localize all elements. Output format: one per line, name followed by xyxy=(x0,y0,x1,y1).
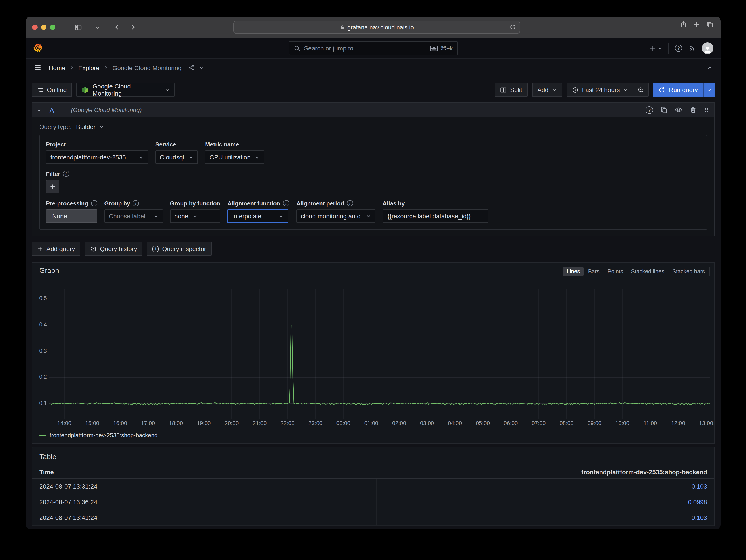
info-icon[interactable]: i xyxy=(91,200,97,206)
split-button[interactable]: Split xyxy=(495,83,527,97)
breadcrumb-explore[interactable]: Explore xyxy=(78,64,99,71)
preprocessing-label: Pre-processing xyxy=(46,200,88,206)
time-range-picker[interactable]: Last 24 hours xyxy=(567,83,633,96)
add-query-button[interactable]: Add query xyxy=(32,242,80,256)
breadcrumb-current: Google Cloud Monitoring xyxy=(113,64,182,71)
chevron-down-icon xyxy=(139,155,144,160)
alignment-function-select[interactable]: interpolate xyxy=(227,209,289,223)
tab-group-chevron-icon[interactable] xyxy=(91,21,104,34)
zoom-window-button[interactable] xyxy=(50,25,55,30)
metric-name-select[interactable]: CPU utilization xyxy=(205,150,264,164)
sidebar-toggle-icon[interactable] xyxy=(71,21,85,34)
query-footer-actions: Add query Query history i Query inspecto… xyxy=(26,236,721,256)
query-row-header[interactable]: A (Google Cloud Monitoring) ? xyxy=(32,103,714,117)
share-alt-icon[interactable] xyxy=(188,64,194,71)
help-icon[interactable]: ? xyxy=(675,45,682,52)
duplicate-query-icon[interactable] xyxy=(660,106,667,113)
query-type-select[interactable]: Builder xyxy=(76,123,104,131)
new-menu-button[interactable] xyxy=(649,45,662,52)
collapse-panel-chevron-icon[interactable] xyxy=(707,65,713,70)
query-help-icon[interactable]: ? xyxy=(645,106,653,114)
service-select[interactable]: Cloudsql xyxy=(155,150,198,164)
legend-series-label[interactable]: frontendplattform-dev-2535:shop-backend xyxy=(50,432,157,439)
x-tick-label: 05:00 xyxy=(472,420,494,426)
x-tick-label: 18:00 xyxy=(165,420,187,426)
close-window-button[interactable] xyxy=(32,25,37,30)
chevron-down-icon[interactable] xyxy=(199,65,203,70)
mega-menu-icon[interactable] xyxy=(34,64,41,72)
plus-icon xyxy=(50,184,56,190)
table-cell-value[interactable]: 0.103 xyxy=(377,479,707,494)
table-cell-time: 2024-08-07 13:41:24 xyxy=(39,514,377,521)
service-label: Service xyxy=(155,141,198,148)
datasource-picker[interactable]: Google Cloud Monitoring xyxy=(77,83,175,97)
table-cell-time: 2024-08-07 13:31:24 xyxy=(39,483,377,490)
time-range-group: Last 24 hours xyxy=(566,83,649,97)
info-icon[interactable]: i xyxy=(63,171,69,177)
tab-overview-icon[interactable] xyxy=(706,21,713,28)
legend-series-color xyxy=(39,434,46,436)
add-filter-button[interactable] xyxy=(46,180,59,193)
graph-style-tabs: Lines Bars Points Stacked lines Stacked … xyxy=(562,267,710,276)
graph-panel: Graph Lines Bars Points Stacked lines St… xyxy=(32,262,715,444)
y-tick-label: 0.1 xyxy=(32,400,47,407)
graph-canvas xyxy=(49,289,710,419)
grafana-logo-icon[interactable] xyxy=(33,43,44,53)
project-select[interactable]: frontendplattform-dev-2535 xyxy=(46,150,148,164)
hide-response-eye-icon[interactable] xyxy=(675,106,683,113)
outline-button[interactable]: Outline xyxy=(32,83,72,97)
x-tick-label: 15:00 xyxy=(81,420,103,426)
drag-handle-icon[interactable] xyxy=(704,106,710,113)
table-row: 2024-08-07 13:31:24 0.103 xyxy=(32,479,714,494)
tab-points[interactable]: Points xyxy=(604,268,627,276)
table-header-time[interactable]: Time xyxy=(39,468,377,475)
tab-lines[interactable]: Lines xyxy=(563,268,584,276)
reload-icon[interactable] xyxy=(509,24,516,30)
graph-plot[interactable] xyxy=(49,289,710,419)
minimize-window-button[interactable] xyxy=(41,25,47,30)
breadcrumb-home[interactable]: Home xyxy=(49,64,65,71)
alias-by-input[interactable]: {{resource.label.database_id}} xyxy=(382,209,488,223)
delete-query-trash-icon[interactable] xyxy=(690,106,696,113)
x-tick-label: 04:00 xyxy=(444,420,466,426)
table-cell-value[interactable]: 0.103 xyxy=(377,510,707,525)
query-inspector-button[interactable]: i Query inspector xyxy=(147,242,211,256)
new-tab-icon[interactable] xyxy=(693,21,700,28)
group-by-select[interactable]: Choose label xyxy=(104,209,163,223)
run-query-options[interactable] xyxy=(703,83,715,97)
tab-stacked-bars[interactable]: Stacked bars xyxy=(668,268,709,276)
tab-stacked-lines[interactable]: Stacked lines xyxy=(627,268,668,276)
share-icon[interactable] xyxy=(680,21,687,28)
table-cell-value[interactable]: 0.0998 xyxy=(377,494,707,509)
chevron-down-icon[interactable] xyxy=(37,107,41,112)
back-icon[interactable] xyxy=(110,21,124,34)
group-by-function-label: Group by function xyxy=(170,200,220,207)
query-history-button[interactable]: Query history xyxy=(85,242,143,256)
user-avatar[interactable] xyxy=(702,42,713,54)
grafana-header-actions: ? xyxy=(649,42,713,54)
graph-panel-title: Graph xyxy=(39,267,59,275)
clock-icon xyxy=(572,86,578,93)
outline-icon xyxy=(37,86,44,93)
graph-legend[interactable]: frontendplattform-dev-2535:shop-backend xyxy=(39,432,157,439)
info-icon[interactable]: i xyxy=(133,200,139,206)
info-icon[interactable]: i xyxy=(283,200,289,206)
table-panel-title: Table xyxy=(39,453,56,460)
add-button[interactable]: Add xyxy=(532,83,562,97)
zoom-out-time-button[interactable] xyxy=(633,83,649,96)
graph-x-axis: 14:0015:0016:0017:0018:0019:0020:0021:00… xyxy=(49,420,710,427)
tab-bars[interactable]: Bars xyxy=(584,268,603,276)
run-query-button[interactable]: Run query xyxy=(653,83,715,97)
forward-icon[interactable] xyxy=(126,21,140,34)
news-rss-icon[interactable] xyxy=(688,45,695,52)
x-tick-label: 22:00 xyxy=(276,420,299,426)
group-by-function-select[interactable]: none xyxy=(170,209,220,223)
table-header-series[interactable]: frontendplattform-dev-2535:shop-backend xyxy=(377,468,707,475)
explore-toolbar: Outline Google Cloud Monitoring Split Ad… xyxy=(26,77,721,102)
address-bar[interactable]: grafana.nav.cloud.nais.io xyxy=(233,21,520,34)
graph-y-axis: 0.10.20.30.40.5 xyxy=(32,289,47,419)
alignment-period-select[interactable]: cloud monitoring auto xyxy=(296,209,375,223)
preprocessing-none-button[interactable]: None xyxy=(46,209,97,223)
search-input[interactable]: Search or jump to... ⌘+k xyxy=(289,41,458,55)
info-icon[interactable]: i xyxy=(347,200,353,206)
